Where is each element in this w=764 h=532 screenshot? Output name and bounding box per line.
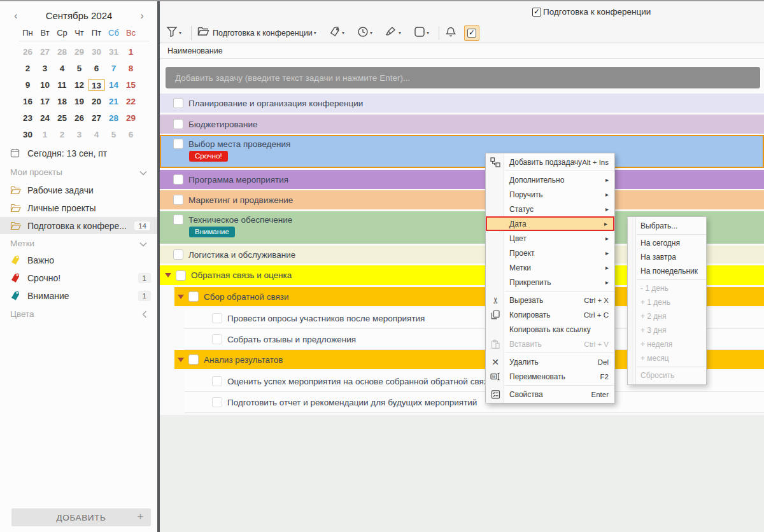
menu-item-delete[interactable]: ✕ Удалить Del [486, 354, 614, 369]
task-checkbox[interactable] [173, 214, 183, 225]
calendar-day[interactable]: 21 [105, 95, 122, 108]
task-row-prepare-report[interactable]: Подготовить отчет и рекомендации для буд… [185, 392, 764, 413]
calendar-prev-icon[interactable]: ‹ [14, 10, 18, 21]
calendar-day[interactable]: 2 [53, 129, 71, 141]
calendar-day[interactable]: 4 [88, 129, 105, 141]
checked-checkbox-icon[interactable]: ✓ [532, 8, 541, 17]
submenu-item-plus-month[interactable]: + месяц [628, 351, 706, 365]
submenu-item-plus-1-day[interactable]: + 1 день [628, 295, 706, 309]
calendar-day[interactable]: 16 [19, 95, 36, 108]
calendar-day[interactable]: 10 [36, 79, 53, 91]
calendar-day[interactable]: 1 [122, 46, 139, 58]
menu-item-more[interactable]: Дополнительно ▸ [486, 172, 614, 187]
calendar-day[interactable]: 24 [36, 112, 53, 124]
menu-item-cut[interactable]: ✂ Вырезать Ctrl + X [486, 293, 614, 307]
sidebar-item-today[interactable]: Сегодня: 13 сен, пт [0, 145, 157, 161]
calendar-day[interactable]: 2 [19, 62, 36, 74]
collapse-triangle-icon[interactable] [165, 273, 171, 277]
collapse-triangle-icon[interactable] [178, 358, 184, 362]
column-header[interactable]: Наименование [160, 43, 764, 59]
menu-item-project[interactable]: Проект ▸ [486, 246, 614, 260]
menu-item-attach[interactable]: Прикрепить ▸ [486, 275, 614, 290]
calendar-day[interactable]: 26 [19, 46, 36, 58]
sidebar-group-colors[interactable]: Цвета [0, 306, 157, 322]
menu-item-copy[interactable]: Копировать Ctrl + C [486, 307, 614, 322]
sidebar-group-my-projects[interactable]: Мои проекты [0, 164, 157, 180]
calendar-day[interactable]: 29 [71, 46, 88, 58]
submenu-item-today[interactable]: На сегодня [628, 236, 706, 250]
calendar-day[interactable]: 28 [105, 112, 122, 124]
sidebar-divider[interactable] [157, 0, 160, 532]
calendar-day[interactable]: 19 [71, 95, 88, 108]
submenu-item-plus-week[interactable]: + неделя [628, 337, 706, 351]
sidebar-group-labels[interactable]: Метки [0, 235, 157, 251]
calendar-next-icon[interactable]: › [140, 10, 144, 21]
task-checkbox[interactable] [173, 249, 183, 260]
calendar-day[interactable]: 5 [105, 129, 122, 141]
add-project-button[interactable]: ДОБАВИТЬ + [11, 508, 151, 526]
task-row-venue-selection[interactable]: Выбор места проведения Срочно! [160, 135, 764, 168]
calendar-day[interactable]: 28 [53, 46, 71, 58]
submenu-item-reset[interactable]: Сбросить [628, 368, 706, 382]
task-checkbox[interactable] [212, 334, 222, 344]
submenu-item-choose[interactable]: Выбрать... [628, 219, 706, 233]
calendar-day[interactable]: 7 [105, 62, 122, 74]
calendar-day[interactable]: 18 [53, 95, 71, 108]
menu-item-paste[interactable]: Вставить Ctrl + V [486, 337, 614, 351]
task-checkbox[interactable] [212, 397, 222, 407]
calendar-day[interactable]: 3 [71, 129, 88, 141]
task-checkbox[interactable] [188, 354, 199, 365]
calendar-day[interactable]: 6 [88, 62, 105, 74]
calendar-day[interactable]: 27 [36, 46, 53, 58]
calendar-day-today[interactable]: 13 [88, 79, 105, 91]
menu-item-properties[interactable]: Свойства Enter [486, 387, 614, 402]
task-checkbox[interactable] [173, 119, 183, 129]
calendar-day[interactable]: 11 [53, 79, 71, 91]
task-checkbox[interactable] [173, 174, 183, 185]
calendar-day[interactable]: 20 [88, 95, 105, 108]
calendar-day[interactable]: 29 [122, 112, 139, 124]
submenu-item-tomorrow[interactable]: На завтра [628, 250, 706, 264]
submenu-item-plus-2-days[interactable]: + 2 дня [628, 309, 706, 323]
calendar-day[interactable]: 22 [122, 95, 139, 108]
task-row-planning[interactable]: Планирование и организация конференции [160, 94, 764, 113]
task-row-budgeting[interactable]: Бюджетирование [160, 115, 764, 134]
submenu-item-plus-3-days[interactable]: + 3 дня [628, 323, 706, 337]
menu-item-assign[interactable]: Поручить ▸ [486, 187, 614, 202]
calendar-day[interactable]: 3 [36, 62, 53, 74]
schedule-button[interactable]: ▾ [357, 26, 372, 40]
task-row-program[interactable]: Программа мероприятия [160, 170, 764, 189]
task-checkbox[interactable] [173, 98, 183, 108]
task-checkbox[interactable] [212, 376, 222, 386]
calendar-day[interactable]: 9 [19, 79, 36, 91]
sidebar-item-label-urgent[interactable]: Срочно! 1 [0, 270, 157, 286]
menu-item-status[interactable]: Статус ▸ [486, 202, 614, 216]
task-checkbox[interactable] [188, 291, 199, 302]
calendar-day[interactable]: 6 [122, 129, 139, 141]
calendar-day[interactable]: 1 [36, 129, 53, 141]
reminder-button[interactable] [445, 26, 456, 40]
sidebar-item-label-important[interactable]: Важно [0, 252, 157, 268]
sidebar-item-label-attention[interactable]: Внимание 1 [0, 288, 157, 304]
calendar-day[interactable]: 15 [122, 79, 139, 91]
sidebar-item-conference-project[interactable]: Подготовка к конфере... 14 [0, 217, 157, 234]
add-task-input[interactable] [166, 67, 760, 88]
menu-item-rename[interactable]: re Переименовать F2 [486, 369, 614, 384]
calendar-day[interactable]: 12 [71, 79, 88, 91]
menu-item-copy-as-link[interactable]: Копировать как ссылку [486, 322, 614, 337]
calendar-day[interactable]: 30 [88, 46, 105, 58]
task-checkbox[interactable] [176, 270, 186, 281]
calendar-day[interactable]: 31 [105, 46, 122, 58]
task-checkbox[interactable] [173, 195, 183, 205]
project-selector-button[interactable]: Подготовка к конференции ▾ [197, 27, 316, 39]
sidebar-item-work-tasks[interactable]: Рабочие задачи [0, 182, 157, 198]
calendar-day[interactable]: 30 [19, 129, 36, 141]
calendar-day[interactable]: 27 [88, 112, 105, 124]
calendar-day[interactable]: 23 [19, 112, 36, 124]
calendar-day[interactable]: 14 [105, 79, 122, 91]
collapse-triangle-icon[interactable] [178, 295, 184, 299]
filter-button[interactable]: ▾ [166, 26, 181, 39]
sidebar-item-personal-projects[interactable]: Личные проекты [0, 200, 157, 216]
calendar-day[interactable]: 26 [71, 112, 88, 124]
calendar-day[interactable]: 25 [53, 112, 71, 124]
